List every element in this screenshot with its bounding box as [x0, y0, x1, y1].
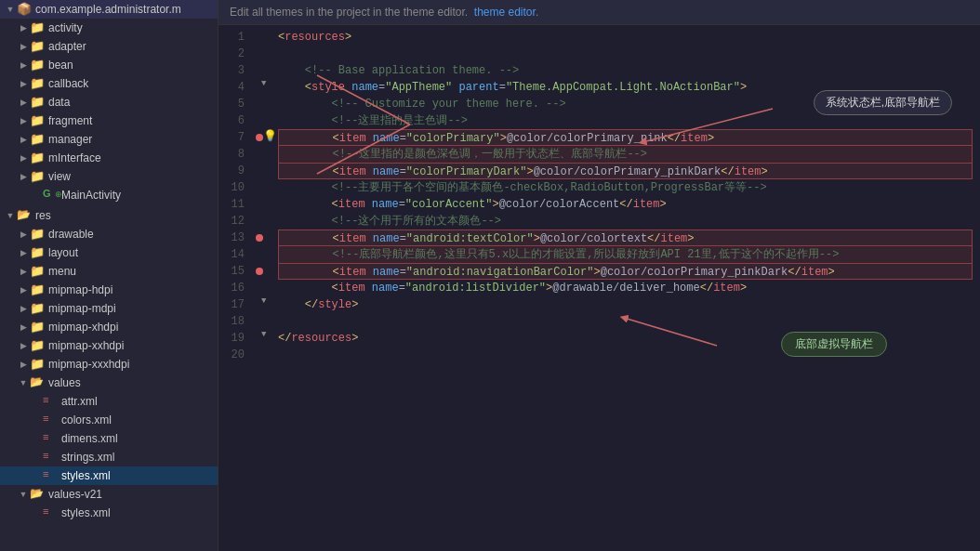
tree-item-mipmap-xhdpi[interactable]: 📁 mipmap-xhdpi	[0, 318, 218, 336]
tree-arrow-data	[17, 96, 30, 109]
tree-item-view[interactable]: 📁 view	[0, 167, 218, 186]
tree-arrow-values	[17, 376, 30, 389]
code-text: @color/colorPrimary_pinkDark	[534, 165, 722, 178]
code-text: >	[708, 132, 714, 145]
editor-hint[interactable]: Edit all themes in the project in the th…	[219, 0, 980, 25]
fold-arrow-17[interactable]: ▼	[261, 296, 266, 306]
code-text: name	[351, 81, 378, 94]
tree-item-mInterface[interactable]: 📁 mInterface	[0, 149, 218, 167]
tree-item-dimens-xml[interactable]: ≡ dimens.xml	[0, 429, 218, 448]
code-text: @color/colortext	[540, 232, 647, 245]
code-text: >	[500, 132, 507, 145]
code-text: </	[668, 132, 681, 145]
tree-item-values[interactable]: 📂 values	[0, 374, 218, 392]
tree-item-values-v21[interactable]: 📂 values-v21	[0, 485, 218, 504]
folder-icon-mipmap-mdpi: 📁	[30, 301, 45, 316]
code-text	[365, 198, 372, 211]
tree-item-activity[interactable]: 📁 activity	[0, 19, 218, 37]
code-editor[interactable]: <resources> <!-- Base application theme.…	[271, 25, 980, 551]
code-text: @drawable/deliver_home	[552, 282, 699, 295]
file-icon-colors: ≡	[43, 413, 58, 427]
code-line-7: <item name="colorPrimary">@color/colorPr…	[278, 129, 973, 146]
code-text: @color/colorAccent	[499, 198, 620, 211]
code-line-11: <item name="colorAccent">@color/colorAcc…	[278, 196, 973, 213]
code-line-3: <!-- Base application theme. -->	[278, 62, 973, 79]
code-text: <!--这里指的是主色调-->	[278, 114, 468, 127]
tree-item-mipmap-xxhdpi[interactable]: 📁 mipmap-xxhdpi	[0, 336, 218, 355]
code-text: item	[661, 232, 688, 245]
callout1-text: 系统状态栏,底部导航栏	[826, 96, 940, 109]
file-icon-styles-v21: ≡	[43, 505, 58, 520]
code-text: name	[373, 232, 400, 245]
code-text: style	[311, 81, 345, 94]
tree-item-fragment[interactable]: 📁 fragment	[0, 112, 218, 130]
code-text	[279, 165, 333, 178]
fold-arrow-19[interactable]: ▼	[261, 330, 266, 339]
code-text	[366, 232, 373, 245]
folder-icon-activity: 📁	[30, 20, 45, 35]
code-text: <	[332, 198, 338, 211]
code-text: >	[593, 266, 600, 279]
tree-item-styles-xml-v21[interactable]: ≡ styles.xml	[0, 504, 218, 522]
tree-item-mipmap-mdpi[interactable]: 📁 mipmap-mdpi	[0, 299, 218, 318]
code-text	[366, 165, 373, 178]
tree-item-mainactivity[interactable]: G ⊕ MainActivity	[0, 186, 218, 204]
res-icon: 📂	[17, 208, 32, 223]
tree-item-attr-xml[interactable]: ≡ attr.xml	[0, 392, 218, 411]
code-text: <!--这个用于所有的文本颜色-->	[278, 215, 501, 228]
tree-label-attr-xml: attr.xml	[61, 395, 98, 408]
folder-icon-callback: 📁	[30, 76, 45, 91]
tree-label-mipmap-hdpi: mipmap-hdpi	[48, 283, 113, 296]
code-text: item	[681, 132, 708, 145]
code-text: =	[400, 132, 406, 145]
folder-icon-drawable: 📁	[30, 227, 45, 242]
tree-item-manager[interactable]: 📁 manager	[0, 130, 218, 149]
code-text	[365, 282, 372, 295]
tree-item-callback[interactable]: 📁 callback	[0, 74, 218, 93]
tree-item-mipmap-xxxhdpi[interactable]: 📁 mipmap-xxxhdpi	[0, 355, 218, 374]
code-text	[278, 81, 305, 94]
tree-item-mipmap-hdpi[interactable]: 📁 mipmap-hdpi	[0, 281, 218, 299]
code-text: item	[339, 132, 366, 145]
tree-arrow-adapter	[17, 40, 30, 53]
code-text: <	[333, 232, 339, 245]
fold-arrow-4[interactable]: ▼	[261, 79, 266, 88]
tree-item-strings-xml[interactable]: ≡ strings.xml	[0, 448, 218, 466]
code-text: name	[372, 198, 399, 211]
tree-item-bean[interactable]: 📁 bean	[0, 56, 218, 74]
tree-item-colors-xml[interactable]: ≡ colors.xml	[0, 411, 218, 429]
folder-icon-view: 📁	[30, 169, 45, 184]
code-text: item	[339, 165, 366, 178]
code-text: "colorPrimaryDark"	[406, 165, 527, 178]
code-text: =	[400, 165, 406, 178]
code-line-1: <resources>	[278, 29, 973, 46]
tree-arrow-mipmap-xxxhdpi	[17, 358, 30, 371]
code-text	[278, 298, 305, 311]
code-text: <	[333, 266, 339, 279]
folder-icon-mInterface: 📁	[30, 151, 45, 165]
tree-item-menu[interactable]: 📁 menu	[0, 262, 218, 281]
file-icon-strings: ≡	[43, 450, 58, 465]
code-line-15: <item name="android:navigationBarColor">…	[278, 263, 973, 280]
theme-editor-link[interactable]: theme editor	[474, 6, 536, 19]
tree-item-res[interactable]: 📂 res	[0, 206, 218, 225]
folder-icon-manager: 📁	[30, 132, 45, 147]
code-line-10: <!--主要用于各个空间的基本颜色-checkBox,RadioButton,P…	[278, 179, 973, 196]
gutter-dot-13	[256, 234, 263, 242]
tree-arrow-mipmap-xxhdpi	[17, 339, 30, 352]
tree-item-com-root[interactable]: 📦 com.example.administrator.m	[0, 0, 218, 19]
mainactivity-icons: G ⊕	[43, 188, 58, 203]
g-icon: G	[43, 188, 51, 199]
tree-item-drawable[interactable]: 📁 drawable	[0, 225, 218, 243]
code-text: "AppTheme"	[385, 81, 452, 94]
tree-label-colors-xml: colors.xml	[61, 413, 112, 426]
code-text: >	[761, 165, 768, 178]
tree-item-data[interactable]: 📁 data	[0, 93, 218, 112]
tree-item-styles-xml[interactable]: ≡ styles.xml	[0, 466, 218, 485]
tree-item-adapter[interactable]: 📁 adapter	[0, 37, 218, 56]
code-text: =	[400, 232, 406, 245]
tree-label-res: res	[35, 209, 51, 222]
tree-label-data: data	[48, 96, 70, 109]
folder-icon-data: 📁	[30, 95, 45, 110]
tree-item-layout[interactable]: 📁 layout	[0, 243, 218, 262]
